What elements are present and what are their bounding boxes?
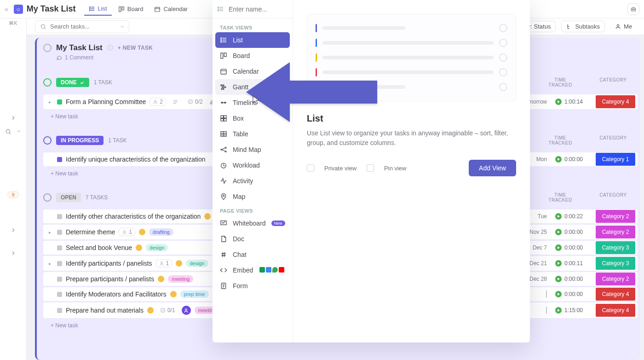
date-picker-icon[interactable] <box>546 307 547 314</box>
category-badge[interactable]: Category 2 <box>596 210 635 223</box>
status-square-icon[interactable] <box>57 245 62 250</box>
rail-expand-1[interactable] <box>10 115 17 121</box>
view-option-workload[interactable]: Workload <box>215 157 290 173</box>
play-icon[interactable] <box>555 244 562 251</box>
category-badge[interactable]: Category 4 <box>596 95 635 108</box>
group-collapse-toggle[interactable] <box>43 78 52 87</box>
play-icon[interactable] <box>555 156 562 163</box>
subtask-progress[interactable]: 0/1 <box>157 307 178 314</box>
category-badge[interactable]: Category 2 <box>596 226 635 238</box>
group-collapse-toggle[interactable] <box>43 136 52 145</box>
sidebar-badge[interactable]: 9 <box>7 191 18 198</box>
space-logo-icon[interactable]: ○ <box>14 5 23 14</box>
info-icon[interactable]: ⓘ <box>107 44 113 52</box>
status-dot-icon[interactable] <box>147 307 154 314</box>
list-status-icon[interactable] <box>43 44 52 52</box>
date-picker-icon[interactable] <box>546 290 547 298</box>
view-option-form[interactable]: Form <box>215 278 290 294</box>
view-option-list[interactable]: List <box>215 32 290 48</box>
pin-view-checkbox[interactable] <box>367 164 374 172</box>
status-square-icon[interactable] <box>57 308 62 313</box>
collapse-sidebar-icon[interactable]: « <box>5 6 8 13</box>
search-input[interactable] <box>35 20 129 33</box>
view-option-box[interactable]: Box <box>215 110 290 126</box>
assignee-count[interactable]: 2 <box>150 98 166 106</box>
view-option-board[interactable]: Board <box>215 48 290 64</box>
time-tracked[interactable]: 0:00:11 <box>555 260 587 267</box>
private-view-checkbox[interactable] <box>307 164 314 172</box>
play-icon[interactable] <box>555 213 562 220</box>
view-option-mind-map[interactable]: Mind Map <box>215 142 290 157</box>
group-collapse-toggle[interactable] <box>43 193 52 202</box>
play-icon[interactable] <box>555 291 562 297</box>
status-badge[interactable]: OPEN <box>56 193 81 202</box>
status-dot-icon[interactable] <box>204 213 211 220</box>
tab-calendar[interactable]: Calendar <box>150 2 192 16</box>
view-option-map[interactable]: Map <box>215 189 290 204</box>
category-badge[interactable]: Category 4 <box>596 304 635 317</box>
view-option-embed[interactable]: Embed <box>215 262 290 278</box>
assignee-count[interactable]: 1 <box>156 259 172 267</box>
time-tracked[interactable]: 1:00:14 <box>555 99 587 105</box>
play-icon[interactable] <box>555 260 562 267</box>
time-tracked[interactable]: 0:00:00 <box>555 244 587 251</box>
time-tracked[interactable]: 0:00:00 <box>555 291 587 297</box>
add-view-button[interactable]: Add View <box>469 160 516 176</box>
tag-chip[interactable]: design <box>146 244 168 251</box>
tag-chip[interactable]: design <box>186 260 208 267</box>
view-option-table[interactable]: Table <box>215 126 290 142</box>
search-field[interactable] <box>50 23 110 30</box>
status-dot-icon[interactable] <box>170 291 177 297</box>
category-badge[interactable]: Category 3 <box>596 257 635 270</box>
tag-chip[interactable]: meeting <box>168 275 193 283</box>
play-icon[interactable] <box>555 307 562 314</box>
rail-expand-2[interactable] <box>10 227 17 233</box>
status-square-icon[interactable] <box>57 214 62 219</box>
view-option-activity[interactable]: Activity <box>215 173 290 189</box>
status-dot-icon[interactable] <box>176 260 182 267</box>
view-option-whiteboard[interactable]: WhiteboardNew <box>215 215 290 231</box>
status-square-icon[interactable] <box>57 99 62 105</box>
status-dot-icon[interactable] <box>139 229 145 235</box>
status-dot-icon[interactable] <box>136 244 142 251</box>
header-robot-button[interactable] <box>627 3 639 15</box>
category-badge[interactable]: Category 1 <box>596 153 635 166</box>
tab-board[interactable]: Board <box>114 2 148 16</box>
view-option-calendar[interactable]: Calendar <box>215 64 290 79</box>
assignee-count[interactable]: 1 <box>119 228 135 236</box>
time-tracked[interactable]: 0:00:00 <box>555 276 587 282</box>
status-square-icon[interactable] <box>57 157 62 162</box>
time-tracked[interactable]: 0:00:00 <box>555 156 587 163</box>
view-option-gantt[interactable]: Gantt <box>215 79 290 95</box>
status-square-icon[interactable] <box>57 292 62 297</box>
chevron-down-icon[interactable] <box>120 24 125 29</box>
status-square-icon[interactable] <box>57 261 62 266</box>
rail-search-toggle[interactable] <box>5 128 22 135</box>
rail-expand-3[interactable] <box>10 250 17 256</box>
subtask-progress[interactable]: 0/2 <box>185 98 206 105</box>
status-square-icon[interactable] <box>57 230 62 235</box>
play-icon[interactable] <box>555 99 562 105</box>
category-badge[interactable]: Category 3 <box>596 241 635 254</box>
view-name-input[interactable] <box>213 0 293 18</box>
play-icon[interactable] <box>555 276 562 282</box>
subtasks-button[interactable]: Subtasks <box>561 21 604 32</box>
status-badge[interactable]: DONE <box>56 78 89 87</box>
desc-icon[interactable] <box>170 99 181 105</box>
time-tracked[interactable]: 1:15:00 <box>555 307 587 314</box>
tag-chip[interactable]: drafting <box>149 228 173 236</box>
play-icon[interactable] <box>555 229 562 235</box>
view-option-doc[interactable]: Doc <box>215 231 290 247</box>
me-filter-button[interactable]: Me <box>610 21 637 32</box>
category-badge[interactable]: Category 4 <box>596 288 635 301</box>
view-name-field[interactable] <box>229 6 284 13</box>
category-badge[interactable]: Category 2 <box>596 273 635 285</box>
new-task-button[interactable]: + NEW TASK <box>118 45 153 51</box>
status-square-icon[interactable] <box>57 277 62 282</box>
view-option-chat[interactable]: Chat <box>215 247 290 262</box>
status-dot-icon[interactable] <box>158 276 164 282</box>
avatar[interactable] <box>182 306 191 315</box>
tag-chip[interactable]: prep time <box>180 290 209 298</box>
tab-list[interactable]: List <box>84 2 112 16</box>
time-tracked[interactable]: 0:00:00 <box>555 229 587 235</box>
